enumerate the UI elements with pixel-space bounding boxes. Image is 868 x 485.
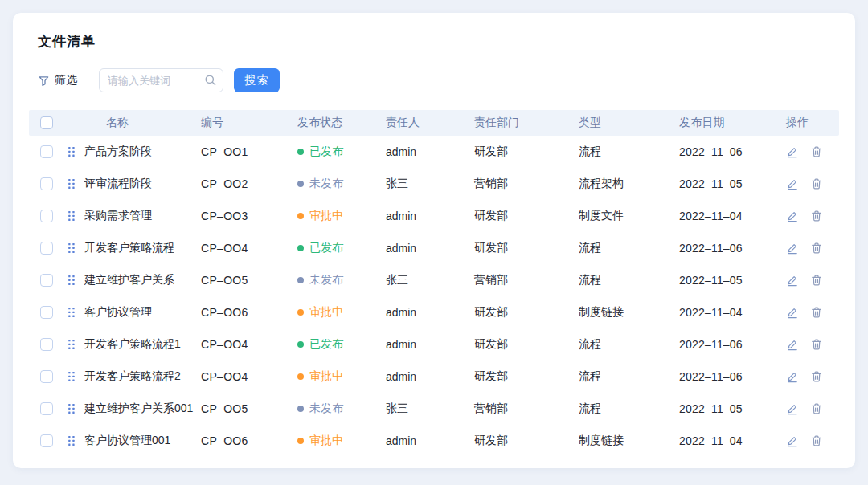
edit-button[interactable] xyxy=(786,145,799,158)
drag-handle-icon[interactable] xyxy=(68,243,76,254)
owner-cell: 张三 xyxy=(379,401,468,416)
file-code: CP–OO1 xyxy=(194,145,291,158)
date-cell: 2022–11–04 xyxy=(673,306,780,319)
row-checkbox[interactable] xyxy=(40,274,53,287)
delete-button[interactable] xyxy=(810,274,823,287)
edit-button[interactable] xyxy=(786,242,799,255)
delete-button[interactable] xyxy=(810,177,823,190)
status-cell: 审批中 xyxy=(291,369,379,384)
delete-button[interactable] xyxy=(810,145,823,158)
name-cell: 开发客户策略流程2 xyxy=(68,369,194,384)
drag-handle-icon[interactable] xyxy=(68,275,76,286)
owner-cell: admin xyxy=(379,338,468,351)
status-cell: 审批中 xyxy=(291,209,379,223)
drag-handle-icon[interactable] xyxy=(68,178,76,190)
edit-button[interactable] xyxy=(786,177,799,190)
delete-button[interactable] xyxy=(810,242,823,255)
trash-icon xyxy=(810,145,823,158)
row-checkbox[interactable] xyxy=(40,145,53,158)
edit-button[interactable] xyxy=(786,370,799,383)
row-checkbox[interactable] xyxy=(40,177,53,190)
ops-cell xyxy=(780,274,839,287)
filter-toggle-button[interactable]: 筛选 xyxy=(38,73,77,88)
edit-button[interactable] xyxy=(786,434,799,447)
row-checkbox[interactable] xyxy=(40,434,53,447)
dept-cell: 研发部 xyxy=(468,241,572,255)
table-body: 产品方案阶段 CP–OO1 已发布 admin 研发部 流程 2022–11–0… xyxy=(29,136,839,457)
file-name: 建立维护客户关系001 xyxy=(84,401,193,416)
name-cell: 产品方案阶段 xyxy=(68,145,194,159)
row-checkbox[interactable] xyxy=(40,210,53,222)
pencil-icon xyxy=(786,145,799,158)
trash-icon xyxy=(810,274,823,287)
drag-handle-icon[interactable] xyxy=(68,339,76,350)
status-text: 已发布 xyxy=(309,241,343,255)
edit-button[interactable] xyxy=(786,306,799,319)
delete-button[interactable] xyxy=(810,338,823,351)
type-cell: 流程架构 xyxy=(572,177,673,191)
ops-cell xyxy=(780,177,839,190)
status-cell: 未发布 xyxy=(291,273,379,287)
drag-handle-icon[interactable] xyxy=(68,307,76,318)
status-dot xyxy=(297,373,304,380)
drag-handle-icon[interactable] xyxy=(68,146,76,157)
type-cell: 流程 xyxy=(572,369,673,384)
dept-cell: 研发部 xyxy=(468,145,572,159)
drag-handle-icon[interactable] xyxy=(68,403,76,414)
status-dot xyxy=(297,309,304,316)
drag-handle-icon[interactable] xyxy=(68,435,76,446)
column-header-date: 发布日期 xyxy=(673,116,780,130)
date-cell: 2022–11–05 xyxy=(673,402,780,415)
status-dot xyxy=(297,149,304,155)
date-cell: 2022–11–04 xyxy=(673,434,780,447)
delete-button[interactable] xyxy=(810,434,823,447)
dept-cell: 研发部 xyxy=(468,337,572,352)
trash-icon xyxy=(810,370,823,383)
delete-button[interactable] xyxy=(810,210,823,222)
column-header-name: 名称 xyxy=(68,116,194,130)
edit-button[interactable] xyxy=(786,402,799,415)
pencil-icon xyxy=(786,274,799,287)
file-list-card: 文件清单 筛选 搜索 名称 xyxy=(13,13,855,468)
drag-handle-icon[interactable] xyxy=(68,210,76,222)
name-cell: 建立维护客户关系001 xyxy=(68,401,194,416)
status-text: 未发布 xyxy=(309,401,343,416)
row-checkbox[interactable] xyxy=(40,402,53,415)
drag-handle-icon[interactable] xyxy=(68,371,76,382)
row-select-cell xyxy=(29,274,68,287)
status-cell: 未发布 xyxy=(291,177,379,191)
row-checkbox[interactable] xyxy=(40,370,53,383)
date-cell: 2022–11–05 xyxy=(673,274,780,287)
edit-button[interactable] xyxy=(786,338,799,351)
delete-button[interactable] xyxy=(810,306,823,319)
file-name: 客户协议管理001 xyxy=(84,434,170,448)
owner-cell: admin xyxy=(379,242,468,255)
status-text: 审批中 xyxy=(309,209,343,223)
row-checkbox[interactable] xyxy=(40,338,53,351)
pencil-icon xyxy=(786,402,799,415)
file-code: CP–OO5 xyxy=(194,402,291,415)
edit-button[interactable] xyxy=(786,274,799,287)
owner-cell: admin xyxy=(379,434,468,447)
row-checkbox[interactable] xyxy=(40,306,53,319)
table-row: 产品方案阶段 CP–OO1 已发布 admin 研发部 流程 2022–11–0… xyxy=(29,136,839,168)
select-all-checkbox[interactable] xyxy=(40,116,53,129)
row-checkbox[interactable] xyxy=(40,242,53,255)
status-cell: 已发布 xyxy=(291,337,379,352)
ops-cell xyxy=(780,145,839,158)
pencil-icon xyxy=(786,434,799,447)
file-code: CP–OO4 xyxy=(194,338,291,351)
delete-button[interactable] xyxy=(810,370,823,383)
table-row: 开发客户策略流程2 CP–OO4 审批中 admin 研发部 流程 2022–1… xyxy=(29,361,839,393)
owner-cell: admin xyxy=(379,210,468,222)
owner-cell: 张三 xyxy=(379,273,468,287)
search-input[interactable] xyxy=(99,68,223,92)
search-button[interactable]: 搜索 xyxy=(234,68,280,92)
edit-button[interactable] xyxy=(786,210,799,222)
file-code: CP–OO3 xyxy=(194,210,291,222)
ops-cell xyxy=(780,242,839,255)
file-name: 产品方案阶段 xyxy=(84,145,152,159)
table-row: 开发客户策略流程 CP–OO4 已发布 admin 研发部 流程 2022–11… xyxy=(29,232,839,264)
dept-cell: 研发部 xyxy=(468,209,572,223)
delete-button[interactable] xyxy=(810,402,823,415)
